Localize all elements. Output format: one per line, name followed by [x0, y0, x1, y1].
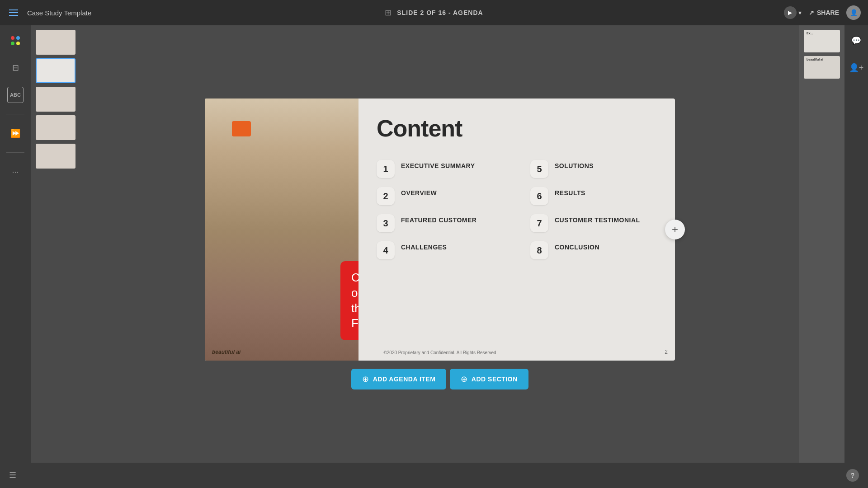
slide-page-number: 2 [665, 349, 668, 355]
share-label: SHARE [817, 9, 839, 16]
grid-icon: ⊞ [385, 8, 392, 18]
preview-thumb-1[interactable]: Ex... [804, 30, 840, 52]
add-section-label: ADD SECTION [472, 375, 518, 383]
agenda-number-3: 3 [377, 214, 395, 232]
sidebar-icon-layout[interactable]: ⊟ [7, 60, 24, 76]
sidebar-icon-fastforward[interactable]: ⏩ [7, 125, 24, 141]
preview-thumb-label-2: beautiful ai [807, 58, 823, 61]
slide-image-bg [205, 99, 359, 361]
content-area: beautiful ai Click onthe Footer Content … [80, 25, 799, 463]
agenda-number-6: 6 [530, 187, 548, 205]
agenda-number-4: 4 [377, 241, 395, 259]
right-sidebar-chat-icon[interactable]: 💬 [848, 33, 864, 49]
top-bar: Case Study Template ⊞ SLIDE 2 OF 16 - AG… [0, 0, 868, 25]
slide-thumb-2[interactable] [36, 58, 75, 83]
play-button[interactable]: ▶ ▾ [784, 6, 802, 19]
slide-thumb-5[interactable] [36, 144, 75, 169]
right-sidebar-user-icon[interactable]: 👤+ [848, 60, 864, 76]
plus-icon-agenda: ⊕ [362, 374, 369, 384]
sidebar-icon-colorpicker[interactable] [7, 33, 24, 49]
agenda-item-4: 4 CHALLENGES [377, 241, 503, 259]
agenda-text-8: CONCLUSION [555, 241, 599, 251]
play-dropdown-icon: ▾ [798, 9, 802, 16]
preview-thumb-2[interactable]: beautiful ai [804, 56, 840, 79]
preview-thumb-label: Ex... [807, 32, 813, 35]
agenda-number-1: 1 [377, 160, 395, 178]
agenda-text-5: SOLUTIONS [555, 160, 594, 170]
share-icon: ↗ [809, 9, 814, 16]
play-icon: ▶ [784, 6, 797, 19]
top-bar-right: ▶ ▾ ↗ SHARE 👤 [784, 5, 861, 20]
add-agenda-item-label: ADD AGENDA ITEM [373, 375, 436, 383]
agenda-text-4: CHALLENGES [401, 241, 447, 251]
svg-point-0 [11, 36, 14, 40]
slide-add-button[interactable]: + [665, 220, 685, 239]
right-preview-panel: Ex... beautiful ai [799, 25, 844, 463]
agenda-number-7: 7 [530, 214, 548, 232]
svg-point-3 [16, 42, 20, 45]
agenda-item-1: 1 EXECUTIVE SUMMARY [377, 160, 503, 178]
sidebar-divider [6, 114, 24, 114]
plus-icon-section: ⊕ [461, 374, 468, 384]
callout-tooltip[interactable]: Click onthe Footer [340, 261, 359, 340]
agenda-number-2: 2 [377, 187, 395, 205]
slide[interactable]: beautiful ai Click onthe Footer Content … [205, 99, 675, 361]
svg-point-1 [16, 36, 20, 40]
slide-thumb-4[interactable] [36, 115, 75, 140]
agenda-grid: 1 EXECUTIVE SUMMARY 5 SOLUTIONS 2 OVERVI… [377, 160, 657, 259]
add-agenda-item-button[interactable]: ⊕ ADD AGENDA ITEM [351, 369, 446, 389]
bottom-bar-right: ? [846, 469, 859, 482]
agenda-number-8: 8 [530, 241, 548, 259]
bottom-bar: ☰ ? [0, 463, 868, 488]
sidebar-divider-2 [6, 152, 24, 153]
slide-footer[interactable]: ©2020 Proprietary and Confidential. All … [383, 350, 496, 355]
bottom-buttons: ⊕ ADD AGENDA ITEM ⊕ ADD SECTION [351, 369, 528, 389]
sidebar-icon-more[interactable]: ··· [7, 164, 24, 180]
agenda-item-3: 3 FEATURED CUSTOMER [377, 214, 503, 232]
app-title: Case Study Template [27, 9, 91, 17]
person-photo [205, 99, 359, 361]
image-overlay-box [232, 121, 251, 136]
agenda-text-1: EXECUTIVE SUMMARY [401, 160, 475, 170]
menu-icon[interactable] [7, 8, 20, 18]
watermark: beautiful ai [212, 349, 241, 355]
agenda-item-8: 8 CONCLUSION [530, 241, 657, 259]
avatar[interactable]: 👤 [846, 5, 861, 20]
top-bar-center: ⊞ SLIDE 2 OF 16 - AGENDA [385, 8, 483, 18]
agenda-text-7: CUSTOMER TESTIMONIAL [555, 214, 640, 224]
slide-image-section: beautiful ai Click onthe Footer [205, 99, 359, 361]
left-sidebar: ⊟ ABC ⏩ ··· [0, 25, 31, 463]
slides-panel [31, 25, 80, 463]
callout-text: Click onthe Footer [351, 271, 359, 330]
main-layout: ⊟ ABC ⏩ ··· beautiful ai [0, 25, 868, 463]
sidebar-icon-text[interactable]: ABC [7, 87, 24, 103]
slide-label: SLIDE 2 OF 16 - AGENDA [397, 9, 483, 16]
slide-content-section: Content 1 EXECUTIVE SUMMARY 5 SOLUTIONS … [359, 99, 675, 361]
slide-title: Content [377, 115, 657, 142]
slide-wrapper: beautiful ai Click onthe Footer Content … [205, 99, 675, 361]
agenda-item-2: 2 OVERVIEW [377, 187, 503, 205]
right-sidebar: 💬 👤+ [844, 25, 868, 463]
agenda-item-5: 5 SOLUTIONS [530, 160, 657, 178]
agenda-text-6: RESULTS [555, 187, 585, 197]
add-section-button[interactable]: ⊕ ADD SECTION [450, 369, 528, 389]
bottom-list-icon[interactable]: ☰ [9, 470, 16, 480]
agenda-text-3: FEATURED CUSTOMER [401, 214, 476, 224]
help-icon[interactable]: ? [846, 469, 859, 482]
agenda-item-6: 6 RESULTS [530, 187, 657, 205]
agenda-item-7: 7 CUSTOMER TESTIMONIAL [530, 214, 657, 232]
agenda-number-5: 5 [530, 160, 548, 178]
agenda-text-2: OVERVIEW [401, 187, 437, 197]
slide-thumb-3[interactable] [36, 87, 75, 112]
slide-thumb-1[interactable] [36, 30, 75, 55]
svg-point-2 [11, 42, 14, 45]
share-button[interactable]: ↗ SHARE [809, 9, 839, 16]
